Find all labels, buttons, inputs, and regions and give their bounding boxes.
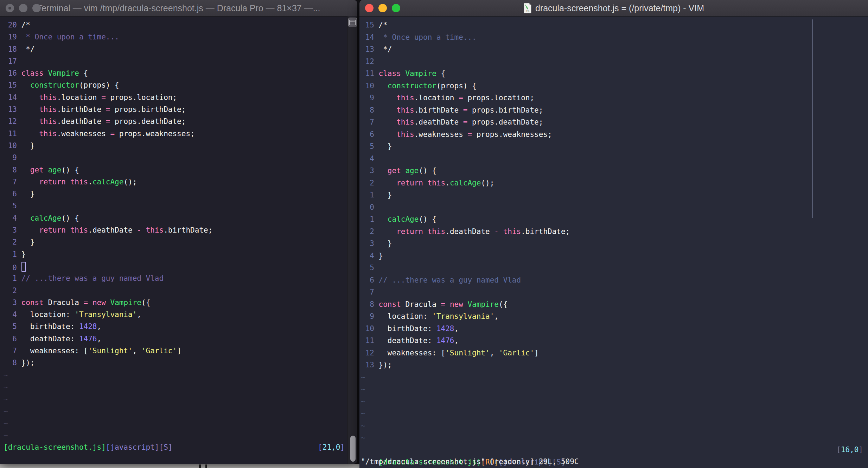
code-line: 7	[361, 286, 868, 298]
code-line: 11 this.weaknesses = props.weaknesses;	[4, 128, 347, 140]
code-line: 0	[361, 201, 868, 214]
code-line: 5	[361, 262, 868, 274]
line-number: 0	[4, 262, 17, 274]
line-number: 17	[4, 55, 17, 67]
split-pane-icon	[349, 20, 356, 25]
code-line: 7 this.deathDate = props.deathDate;	[361, 116, 868, 128]
line-number: 8	[361, 298, 374, 311]
line-number: 13	[4, 103, 17, 115]
code-line: 20/*	[4, 19, 347, 31]
terminal-titlebar[interactable]: Terminal — vim /tmp/dracula-screenshot.j…	[0, 0, 357, 17]
line-number: 6	[4, 188, 17, 200]
line-number: 10	[4, 140, 17, 152]
scrollbar-thumb[interactable]	[350, 436, 356, 462]
vim-scrollbar-thumb[interactable]	[812, 19, 813, 218]
close-button[interactable]	[6, 4, 14, 12]
terminal-scrollbar[interactable]	[347, 16, 357, 464]
code-line: 3 get age() {	[361, 165, 868, 177]
line-number: 14	[361, 31, 374, 44]
line-number: 3	[4, 297, 17, 309]
line-number: 4	[4, 212, 17, 224]
window-controls	[6, 0, 41, 16]
code-line: 2	[4, 285, 347, 297]
zoom-button[interactable]	[32, 4, 41, 12]
line-number: 7	[4, 345, 17, 357]
line-number: 3	[361, 165, 374, 177]
empty-line-tilde: ~	[361, 420, 868, 432]
line-number: 6	[4, 333, 17, 345]
line-number: 6	[361, 128, 374, 141]
vim-buffer-macvim[interactable]: 15/*14 * Once upon a time...13 */1211cla…	[359, 16, 868, 468]
code-line: 7 weaknesses: ['Sunlight', 'Garlic']	[4, 345, 347, 357]
code-line: 6 this.weaknesses = props.weaknesses;	[361, 128, 868, 141]
code-line: 6// ...there was a guy named Vlad	[361, 274, 868, 286]
code-line: 2 }	[4, 236, 347, 248]
terminal-window: Terminal — vim /tmp/dracula-screenshot.j…	[0, 0, 357, 464]
line-number: 5	[361, 140, 374, 153]
code-line: 5 }	[361, 140, 868, 153]
empty-line-tilde: ~	[361, 371, 868, 384]
code-line: 2 return this.deathDate - this.birthDate…	[361, 226, 868, 238]
line-number: 1	[361, 189, 374, 201]
empty-line-tilde: ~	[4, 405, 347, 417]
background-window-text-fragment	[199, 464, 207, 468]
code-line: 17	[4, 55, 347, 67]
vim-statusline: [dracula-screenshot.js][javascript][S][2…	[4, 441, 347, 453]
empty-line-tilde: ~	[4, 429, 347, 441]
code-line: 9 location: 'Transylvania',	[361, 310, 868, 323]
code-line: 9	[4, 152, 347, 164]
empty-line-tilde: ~	[4, 417, 347, 429]
line-number: 2	[361, 226, 374, 238]
minimize-button[interactable]	[378, 4, 387, 12]
code-line: 4 calcAge() {	[4, 212, 347, 224]
split-pane-button[interactable]	[348, 18, 357, 27]
macvim-window: JS dracula-screenshot.js = (/private/tmp…	[359, 0, 868, 468]
vim-statusline: [dracula-screenshot.js][RO][javascript][…	[361, 444, 863, 456]
line-number: 20	[4, 19, 17, 31]
line-number: 12	[361, 56, 374, 68]
code-line: 9 this.location = props.location;	[361, 92, 868, 104]
code-line: 10 birthDate: 1428,	[361, 323, 868, 335]
code-line: 19 * Once upon a time...	[4, 31, 347, 43]
line-number: 9	[361, 310, 374, 323]
line-number: 3	[361, 238, 374, 250]
line-number: 13	[361, 359, 374, 371]
line-number: 8	[4, 357, 17, 369]
line-number: 10	[361, 323, 374, 335]
line-number: 2	[361, 177, 374, 189]
code-line: 8 get age() {	[4, 164, 347, 176]
line-number: 19	[4, 31, 17, 43]
line-number: 7	[4, 176, 17, 188]
line-number: 14	[4, 91, 17, 103]
code-line: 6 }	[4, 188, 347, 200]
empty-line-tilde: ~	[361, 407, 868, 420]
empty-line-tilde: ~	[4, 381, 347, 393]
code-line: 4	[361, 153, 868, 165]
empty-line-tilde: ~	[361, 396, 868, 408]
vim-buffer-terminal[interactable]: 20/*19 * Once upon a time...18 */1716cla…	[0, 16, 347, 464]
close-button[interactable]	[365, 4, 374, 12]
statusline-ruler: [16,0]	[836, 444, 863, 456]
code-line: 2 return this.calcAge();	[361, 177, 868, 189]
code-line: 1// ...there was a guy named Vlad	[4, 272, 347, 284]
svg-text:JS: JS	[526, 10, 530, 13]
line-number: 2	[4, 236, 17, 248]
code-line: 15/*	[361, 19, 868, 31]
code-line: 4 location: 'Transylvania',	[4, 309, 347, 321]
line-number: 7	[361, 286, 374, 298]
code-line: 7 return this.calcAge();	[4, 176, 347, 188]
window-title: dracula-screenshot.js = (/private/tmp) -…	[535, 3, 704, 13]
macvim-titlebar[interactable]: JS dracula-screenshot.js = (/private/tmp…	[359, 0, 868, 17]
minimize-button[interactable]	[19, 4, 27, 12]
code-line: 10 constructor(props) {	[361, 80, 868, 92]
line-number: 11	[361, 68, 374, 80]
window-title: Terminal — vim /tmp/dracula-screenshot.j…	[37, 3, 320, 13]
code-line: 3 return this.deathDate - this.birthDate…	[4, 224, 347, 236]
code-line: 1 calcAge() {	[361, 213, 868, 226]
empty-line-tilde: ~	[361, 432, 868, 444]
zoom-button[interactable]	[392, 4, 400, 12]
code-line: 8});	[4, 357, 347, 369]
line-number: 12	[361, 347, 374, 359]
code-line: 15 constructor(props) {	[4, 79, 347, 91]
line-number: 8	[4, 164, 17, 176]
